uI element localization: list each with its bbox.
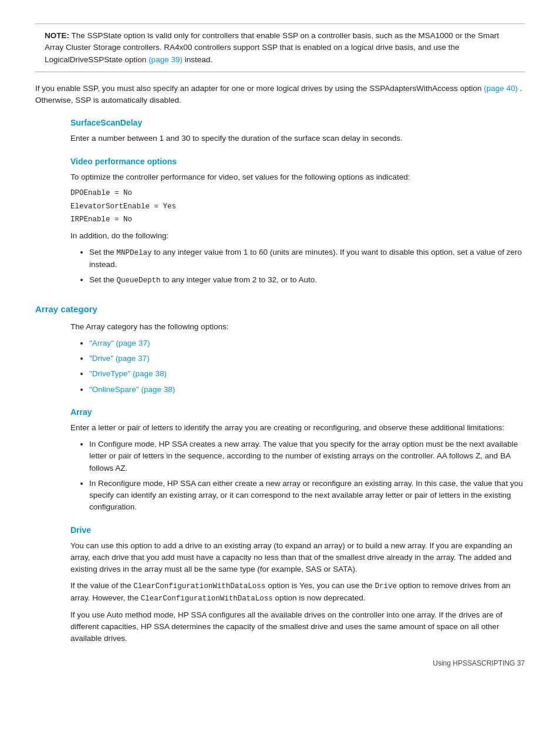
surface-scan-text: Enter a number between 1 and 30 to speci… xyxy=(70,133,525,144)
video-performance-section: Video performance options To optimize th… xyxy=(70,156,525,287)
array-link-4: "OnlineSpare" (page 38) xyxy=(89,384,525,396)
array-category-links: "Array" (page 37) "Drive" (page 37) "Dri… xyxy=(89,337,525,396)
code-irp: IRPEnable = No xyxy=(70,214,525,225)
video-performance-intro: To optimize the controller performance f… xyxy=(70,171,525,183)
surface-scan-section: SurfaceScanDelay Enter a number between … xyxy=(70,117,525,144)
array-subsection: Array Enter a letter or pair of letters … xyxy=(70,406,525,514)
video-addition: In addition, do the following: xyxy=(70,230,525,242)
array-intro: Enter a letter or pair of letters to ide… xyxy=(70,422,525,434)
array-link-3: "DriveType" (page 38) xyxy=(89,368,525,380)
drive-p2: If the value of the ClearConfigurationWi… xyxy=(70,580,525,605)
ssp-link[interactable]: (page 40) xyxy=(484,84,518,93)
footer-text: Using HPSSASCRIPTING 37 xyxy=(433,659,525,667)
page-footer: Using HPSSASCRIPTING 37 xyxy=(433,658,525,669)
array-subheading: Array xyxy=(70,406,525,418)
note-link[interactable]: (page 39) xyxy=(149,55,183,64)
note-box: NOTE: The SSPState option is valid only … xyxy=(35,23,525,72)
note-label: NOTE: xyxy=(45,31,69,40)
drive-p1: You can use this option to add a drive t… xyxy=(70,540,525,576)
array-bullets: In Configure mode, HP SSA creates a new … xyxy=(89,438,525,514)
array-bullet-2: In Reconfigure mode, HP SSA can either c… xyxy=(89,478,525,514)
code-elevator: ElevatorSortEnable = Yes xyxy=(70,201,525,212)
drive-subsection: Drive You can use this option to add a d… xyxy=(70,524,525,645)
ssp-paragraph: If you enable SSP, you must also specify… xyxy=(35,83,525,107)
array-category-heading: Array category xyxy=(35,303,525,316)
array-link-2: "Drive" (page 37) xyxy=(89,353,525,364)
array-bullet-1: In Configure mode, HP SSA creates a new … xyxy=(89,438,525,474)
code-dpo: DPOEnable = No xyxy=(70,188,525,199)
array-category-section: Array category The Array category has th… xyxy=(35,303,525,645)
video-performance-heading: Video performance options xyxy=(70,156,525,168)
video-bullet-1: Set the MNPDelay to any integer value fr… xyxy=(89,247,525,271)
page-container: NOTE: The SSPState option is valid only … xyxy=(35,23,525,645)
note-text: The SSPState option is valid only for co… xyxy=(45,31,499,64)
video-bullets: Set the MNPDelay to any integer value fr… xyxy=(89,247,525,286)
array-link-1: "Array" (page 37) xyxy=(89,337,525,349)
drive-subheading: Drive xyxy=(70,524,525,536)
array-category-intro: The Array category has the following opt… xyxy=(70,321,525,333)
drive-p3: If you use Auto method mode, HP SSA conf… xyxy=(70,609,525,645)
note-text2b: instead. xyxy=(185,55,212,64)
surface-scan-heading: SurfaceScanDelay xyxy=(70,117,525,129)
video-bullet-2: Set the QueueDepth to any integer value … xyxy=(89,274,525,286)
